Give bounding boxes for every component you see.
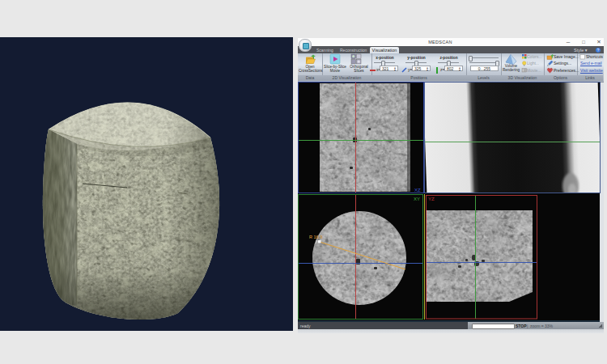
svg-text:XZ: XZ xyxy=(414,188,421,193)
svg-text:R 16.9: R 16.9 xyxy=(309,235,322,239)
svg-text:YZ: YZ xyxy=(428,197,435,201)
svg-text:XY: XY xyxy=(414,197,420,201)
